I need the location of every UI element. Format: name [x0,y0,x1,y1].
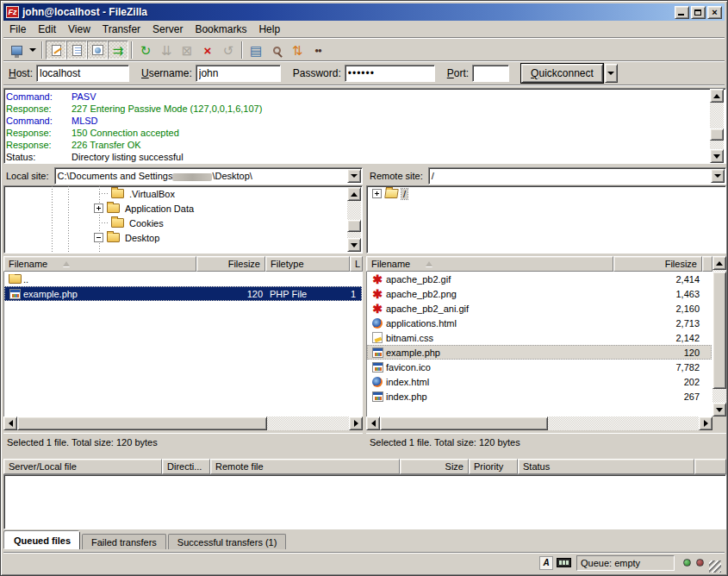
scrollbar-thumb[interactable] [17,416,267,430]
file-row-apache-pb2-ani-gif[interactable]: ✱apache_pb2_ani.gif 2,160 [367,301,712,316]
ascii-data-type-icon[interactable]: A [539,556,553,570]
remote-directory-tree[interactable]: / [366,185,726,254]
tree-item-application-data[interactable]: Application Data [4,201,362,216]
menu-view[interactable]: View [62,22,96,36]
scrollbar-thumb[interactable] [380,416,548,430]
file-row-example-php[interactable]: example.php 120 [367,345,712,360]
local-site-combo[interactable]: C:\Documents and Settings\Desktop\ [54,167,363,185]
file-row-bitnami-css[interactable]: bitnami.css 2,142 [367,330,712,345]
column-header-remote-file[interactable]: Remote file [210,459,400,474]
tree-item-root[interactable]: / [367,186,725,201]
tab-failed-transfers[interactable]: Failed transfers [82,534,166,549]
scroll-right-icon[interactable] [349,416,363,430]
scroll-down-icon[interactable] [347,238,361,252]
synchronized-browsing-button[interactable]: ⇅ [287,41,308,59]
disconnect-button[interactable]: × [197,41,218,59]
app-icon[interactable]: Fz [6,6,19,18]
menu-help[interactable]: Help [252,22,286,36]
tree-item-label: / [401,189,408,199]
minimize-button[interactable] [675,6,689,19]
toggle-queue-button[interactable]: ⇉ [108,41,128,59]
speed-limits-icon[interactable] [557,558,571,567]
port-input[interactable] [472,65,509,82]
local-site-dropdown[interactable] [347,169,361,183]
column-header-server-local-file[interactable]: Server/Local file [3,459,162,474]
file-row-apache-pb2-png[interactable]: ✱apache_pb2.png 1,463 [367,286,712,301]
column-header-last-modified[interactable]: L [350,256,363,272]
scroll-up-icon[interactable] [347,187,361,201]
password-input[interactable] [345,65,435,82]
local-list-hscrollbar[interactable] [3,416,363,430]
menu-file[interactable]: File [3,22,32,36]
tab-successful-transfers[interactable]: Successful transfers (1) [168,534,287,549]
remote-list-scrollbar[interactable] [712,256,726,416]
log-scrollbar[interactable] [710,89,724,163]
remote-list-hscrollbar[interactable] [366,416,712,430]
host-input[interactable] [36,65,129,82]
quickconnect-button[interactable]: Quickconnect [521,64,603,83]
tree-item-cookies[interactable]: Cookies [4,216,362,230]
tree-item-desktop[interactable]: Desktop [4,230,362,245]
tree-item-virtualbox[interactable]: .VirtualBox [4,186,362,201]
username-input[interactable] [196,65,281,82]
menu-transfer[interactable]: Transfer [96,22,146,36]
scroll-left-icon[interactable] [366,416,380,430]
toggle-local-tree-button[interactable] [66,41,87,59]
remote-site-dropdown[interactable] [711,169,725,183]
file-row-parent-dir[interactable]: .. [4,272,362,286]
tree-item-label: Desktop [123,233,161,243]
scroll-right-icon[interactable] [699,416,712,430]
column-header-status[interactable]: Status [518,459,694,474]
column-header-priority[interactable]: Priority [469,459,518,474]
column-header-filename[interactable]: Filename [366,256,613,272]
menu-edit[interactable]: Edit [32,22,62,36]
local-file-list[interactable]: .. example.php 120 PHP File 1 [3,272,363,416]
file-name: applications.html [386,318,457,329]
file-row-apache-pb2-gif[interactable]: ✱apache_pb2.gif 2,414 [367,272,712,286]
expand-icon[interactable] [94,203,103,213]
site-manager-dropdown[interactable] [27,41,39,59]
column-header-size[interactable]: Size [400,459,469,474]
local-directory-tree[interactable]: .VirtualBox Application Data Cookies Des… [3,185,363,254]
resize-grip[interactable] [709,560,721,573]
close-button[interactable]: × [707,6,722,19]
toggle-remote-tree-button[interactable] [87,41,108,59]
collapse-icon[interactable] [94,233,103,242]
column-label: Filesize [665,259,697,269]
scroll-up-icon[interactable] [712,256,726,270]
column-header-direction[interactable]: Directi... [162,459,210,474]
tab-queued-files[interactable]: Queued files [4,531,80,549]
scrollbar-thumb[interactable] [712,272,726,389]
refresh-button[interactable]: ↻ [135,41,156,59]
scrollbar-thumb[interactable] [710,128,724,141]
column-header-filetype[interactable]: Filetype [265,256,350,272]
column-header-filename[interactable]: Filename [3,256,196,272]
directory-compare-button[interactable] [266,41,287,59]
filter-button[interactable]: ▤ [246,41,266,59]
file-row-example-php[interactable]: example.php 120 PHP File 1 [4,286,362,301]
scroll-left-icon[interactable] [3,416,17,430]
queue-list[interactable] [3,474,726,529]
scroll-down-icon[interactable] [710,149,724,163]
remote-file-list[interactable]: ✱apache_pb2.gif 2,414 ✱apache_pb2.png 1,… [366,272,712,416]
find-files-button[interactable]: ●● [308,41,328,59]
quickconnect-dropdown[interactable] [605,64,618,83]
maximize-button[interactable] [691,6,706,19]
file-row-index-html[interactable]: index.html 202 [367,374,712,389]
expand-icon[interactable] [372,189,382,198]
scroll-down-icon[interactable] [712,403,726,416]
menu-server[interactable]: Server [146,22,189,36]
scrollbar-thumb[interactable] [347,220,361,232]
site-manager-button[interactable] [6,41,27,59]
file-row-favicon-ico[interactable]: favicon.ico 7,782 [367,360,712,374]
file-row-index-php[interactable]: index.php 267 [367,389,712,404]
column-header-filesize[interactable]: Filesize [196,256,265,272]
menu-bookmarks[interactable]: Bookmarks [189,22,252,36]
column-header-filesize[interactable]: Filesize [613,256,702,272]
file-row-applications-html[interactable]: applications.html 2,713 [367,316,712,330]
remote-status-text: Selected 1 file. Total size: 120 bytes [366,433,726,450]
local-tree-scrollbar[interactable] [347,187,361,252]
toggle-log-button[interactable] [46,41,66,59]
scroll-up-icon[interactable] [710,89,724,103]
remote-site-combo[interactable]: / [428,167,726,185]
